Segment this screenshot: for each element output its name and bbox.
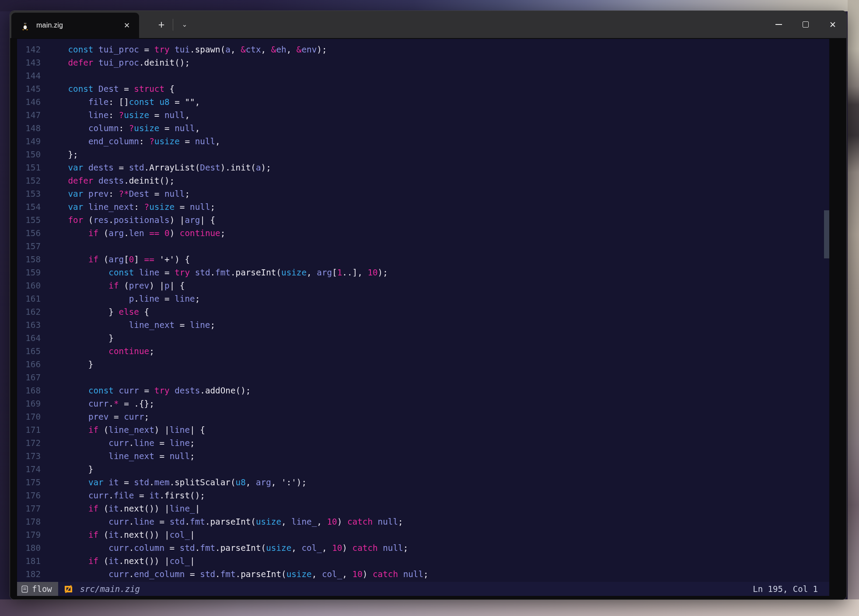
tab-close-button[interactable]: ✕ [121,19,133,31]
line-number: 180 [17,542,41,555]
code-line[interactable]: 149 end_column: ?usize = null, [17,135,829,148]
code-line[interactable]: 177 if (it.next()) |line_| [17,502,829,515]
new-tab-button[interactable]: + [153,11,170,38]
code-text: var line_next: ?usize = null; [48,201,215,214]
code-line[interactable]: 166 } [17,358,829,371]
code-line[interactable]: 165 continue; [17,345,829,358]
code-line[interactable]: 173 line_next = null; [17,450,829,463]
code-line[interactable]: 159 const line = try std.fmt.parseInt(us… [17,266,829,279]
close-icon: ✕ [829,20,836,30]
line-number: 167 [17,371,41,384]
line-number: 145 [17,83,41,96]
code-line[interactable]: 163 line_next = line; [17,319,829,332]
code-line[interactable]: 170 prev = curr; [17,411,829,424]
code-line[interactable]: 181 if (it.next()) |col_| [17,555,829,568]
code-line[interactable]: 153 var prev: ?*Dest = null; [17,188,829,201]
code-line[interactable]: 158 if (arg[0] == '+') { [17,253,829,266]
code-line[interactable]: 152 defer dests.deinit(); [17,174,829,188]
tab-title: main.zig [36,21,63,29]
code-line[interactable]: 164 } [17,332,829,345]
line-number: 182 [17,568,41,581]
code-line[interactable]: 155 for (res.positionals) |arg| { [17,214,829,227]
code-line[interactable]: 151 var dests = std.ArrayList(Dest).init… [17,161,829,174]
code-line[interactable]: 157 [17,240,829,253]
code-line[interactable]: 168 const curr = try dests.addOne(); [17,384,829,397]
code-line[interactable]: 180 curr.column = std.fmt.parseInt(usize… [17,542,829,555]
maximize-button[interactable] [792,11,819,38]
statusbar: flow src/main.zig Ln 195, Col 1 [17,582,829,596]
code-line[interactable]: 142 const tui_proc = try tui.spawn(a, &c… [17,43,829,56]
code-line[interactable]: 182 curr.end_column = std.fmt.parseInt(u… [17,568,829,581]
code-line[interactable]: 154 var line_next: ?usize = null; [17,201,829,214]
line-number: 176 [17,489,41,502]
code-text: for (res.positionals) |arg| { [48,214,215,227]
line-number: 177 [17,502,41,515]
line-number: 175 [17,476,41,489]
file-path: src/main.zig [80,584,140,594]
close-button[interactable]: ✕ [819,11,846,38]
code-line[interactable]: 167 [17,371,829,384]
code-line[interactable]: 175 var it = std.mem.splitScalar(u8, arg… [17,476,829,489]
code-line[interactable]: 145 const Dest = struct { [17,83,829,96]
window-controls: ✕ [765,11,846,38]
code-line[interactable]: 148 column: ?usize = null, [17,122,829,135]
code-line[interactable]: 178 curr.line = std.fmt.parseInt(usize, … [17,515,829,529]
code-text: var dests = std.ArrayList(Dest).init(a); [48,161,271,174]
code-line[interactable]: 156 if (arg.len == 0) continue; [17,227,829,240]
code-line[interactable]: 162 } else { [17,306,829,319]
maximize-icon [803,21,809,28]
zig-logo-icon [64,585,73,593]
code-text: if (it.next()) |line_| [48,502,200,515]
line-number: 161 [17,292,41,306]
code-text: var it = std.mem.splitScalar(u8, arg, ':… [48,476,307,489]
line-number: 154 [17,201,41,214]
code-line[interactable]: 176 curr.file = it.first(); [17,489,829,502]
code-text: if (it.next()) |col_| [48,529,195,542]
code-line[interactable]: 147 line: ?usize = null, [17,109,829,122]
wallpaper-top-strip [0,0,859,11]
titlebar[interactable]: main.zig ✕ + ⌄ ✕ [10,11,846,38]
code-text: defer tui_proc.deinit(); [48,56,190,70]
code-line[interactable]: 143 defer tui_proc.deinit(); [17,56,829,70]
code-line[interactable]: 179 if (it.next()) |col_| [17,529,829,542]
line-number: 163 [17,319,41,332]
code-line[interactable]: 161 p.line = line; [17,292,829,306]
code-area[interactable]: 142 const tui_proc = try tui.spawn(a, &c… [17,43,829,581]
code-line[interactable]: 171 if (line_next) |line| { [17,424,829,437]
line-number: 144 [17,70,41,83]
line-number: 158 [17,253,41,266]
line-number: 150 [17,148,41,161]
code-text: } else { [48,306,149,319]
line-number: 162 [17,306,41,319]
tab-dropdown-button[interactable]: ⌄ [176,11,193,38]
terminal-window: main.zig ✕ + ⌄ ✕ 142 const tui_proc = tr… [10,10,847,600]
line-number: 179 [17,529,41,542]
line-number: 157 [17,240,41,253]
code-line[interactable]: 169 curr.* = .{}; [17,397,829,411]
flow-mode-chip[interactable]: flow [17,582,58,596]
code-text: } [48,358,93,371]
code-line[interactable]: 174 } [17,463,829,476]
code-line[interactable]: 150 }; [17,148,829,161]
code-text: const tui_proc = try tui.spawn(a, &ctx, … [48,43,327,56]
line-number: 142 [17,43,41,56]
code-text: end_column: ?usize = null, [48,135,220,148]
tab-main-zig[interactable]: main.zig ✕ [11,13,139,38]
line-number: 156 [17,227,41,240]
code-text: line_next = line; [48,319,215,332]
code-text: const curr = try dests.addOne(); [48,384,251,397]
menu-doc-icon [21,585,28,593]
line-number: 169 [17,397,41,411]
code-text: curr.* = .{}; [48,397,154,411]
code-line[interactable]: 172 curr.line = line; [17,437,829,450]
minimize-button[interactable] [765,11,792,38]
code-text: prev = curr; [48,411,149,424]
editor-viewport[interactable]: 142 const tui_proc = try tui.spawn(a, &c… [17,39,829,596]
code-line[interactable]: 146 file: []const u8 = "", [17,96,829,109]
code-text: curr.line = std.fmt.parseInt(usize, line… [48,515,403,529]
cursor-position: Ln 195, Col 1 [753,584,829,594]
code-line[interactable]: 144 [17,70,829,83]
code-text: if (arg.len == 0) continue; [48,227,225,240]
code-line[interactable]: 160 if (prev) |p| { [17,279,829,292]
scrollbar-thumb[interactable] [824,210,829,258]
